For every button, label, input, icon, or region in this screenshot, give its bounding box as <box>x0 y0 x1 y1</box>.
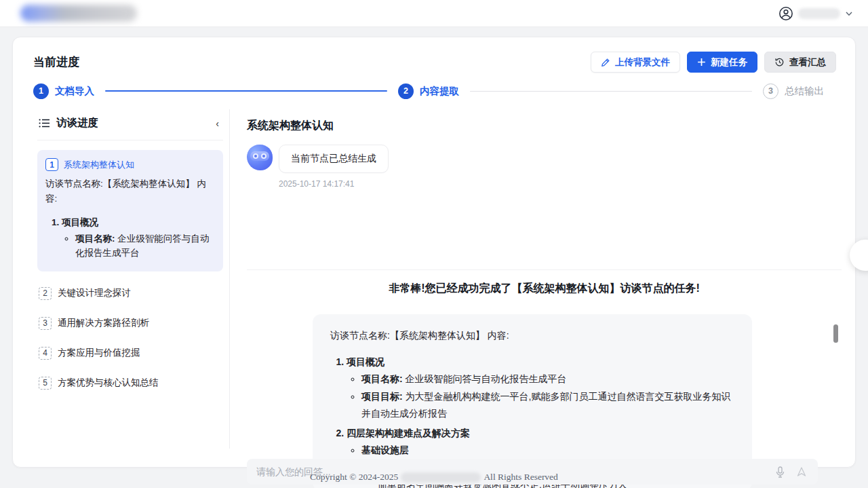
top-navigation-bar <box>0 0 868 27</box>
user-menu[interactable] <box>778 6 853 21</box>
node-1-badge: 1 <box>45 158 58 171</box>
message-timestamp: 2025-10-17 14:17:41 <box>279 179 842 189</box>
step-2-content-extraction[interactable]: 2 内容提取 <box>398 83 459 99</box>
step-1-document-import[interactable]: 1 文档导入 <box>33 83 94 99</box>
chat-content-area: 系统架构整体认知 当前节点已总结生成 2025-10-17 14:17:41 非… <box>247 108 842 461</box>
sidebar-collapse-button[interactable]: ‹ <box>213 118 222 129</box>
node-1-title: 系统架构整体认知 <box>64 159 134 171</box>
node-3-label: 通用解决方案路径剖析 <box>58 317 149 329</box>
node-1-summary: 访谈节点名称:【系统架构整体认知】 内容: 项目概况 项目名称: 企业级智能问答… <box>45 176 215 261</box>
page-title: 当前进度 <box>33 54 79 70</box>
scrollbar-thumb[interactable] <box>833 324 838 343</box>
sidebar-node-5[interactable]: 5 方案优势与核心认知总结 <box>37 375 223 391</box>
view-summary-label: 查看汇总 <box>789 56 826 69</box>
chevron-down-icon <box>845 10 853 18</box>
sidebar-node-3[interactable]: 3 通用解决方案路径剖析 <box>37 316 223 331</box>
step-3-summary-output[interactable]: 3 总结输出 <box>763 83 824 99</box>
node-4-label: 方案应用与价值挖掘 <box>58 347 140 359</box>
view-summary-button[interactable]: 查看汇总 <box>764 52 836 73</box>
summary-sec1-p1-text: 企业级智能问答与自动化报告生成平台 <box>403 373 567 384</box>
interview-progress-sidebar: 访谈进度 ‹ 1 系统架构整体认知 访谈节点名称:【系统架构整体认知】 内容: … <box>28 108 230 447</box>
copyright-footer: Copyright © 2024-2025All Rights Reserved <box>0 472 868 483</box>
current-node-title: 系统架构整体认知 <box>247 119 842 133</box>
summary-sec1-p1-label: 项目名称: <box>361 373 403 384</box>
summary-sec1-title: 项目概况 <box>347 356 384 367</box>
plus-icon <box>697 58 706 67</box>
summary-section-1: 项目概况 项目名称: 企业级智能问答与自动化报告生成平台 项目目标: 为大型金融… <box>347 354 734 422</box>
node-5-label: 方案优势与核心认知总结 <box>58 377 159 389</box>
header-actions: 上传背景文件 新建任务 查看汇总 <box>591 52 836 73</box>
assistant-message: 当前节点已总结生成 <box>247 145 842 173</box>
summary-sec1-p2-label: 项目目标: <box>361 391 403 402</box>
step-3-number: 3 <box>763 83 778 99</box>
assistant-bubble: 当前节点已总结生成 <box>279 145 389 173</box>
summary-intro: 访谈节点名称:【系统架构整体认知】 内容: <box>330 327 734 344</box>
node-2-label: 关键设计理念探讨 <box>58 287 131 299</box>
node-1-li1-title: 项目概况 <box>62 217 98 227</box>
upload-background-file-label: 上传背景文件 <box>615 56 670 69</box>
new-task-button[interactable]: 新建任务 <box>687 52 757 73</box>
copyright-prefix: Copyright © 2024-2025 <box>310 472 398 482</box>
new-task-label: 新建任务 <box>711 56 747 69</box>
sidebar-node-1-active[interactable]: 1 系统架构整体认知 访谈节点名称:【系统架构整体认知】 内容: 项目概况 项目… <box>37 150 223 271</box>
sidebar-divider <box>229 109 230 449</box>
history-icon <box>774 57 785 67</box>
node-1-li1-sub-label: 项目名称: <box>75 233 115 244</box>
pencil-icon <box>601 58 610 67</box>
list-icon <box>39 118 50 128</box>
user-name <box>798 8 840 19</box>
robot-avatar-icon <box>247 145 273 170</box>
sidebar-header: 访谈进度 ‹ <box>37 108 223 140</box>
node-3-badge: 3 <box>39 317 52 330</box>
upload-background-file-button[interactable]: 上传背景文件 <box>591 52 680 73</box>
node-1-intro: 访谈节点名称:【系统架构整体认知】 内容: <box>45 176 215 206</box>
content-divider <box>247 269 842 270</box>
sidebar-node-4[interactable]: 4 方案应用与价值挖掘 <box>37 345 223 361</box>
summary-sec2-title: 四层架构构建难点及解决方案 <box>347 428 470 438</box>
copyright-company-blurred <box>401 472 481 483</box>
step-connector-done <box>105 90 387 92</box>
app-logo <box>20 5 137 22</box>
summary-sec1-p2-text: 为大型金融机构构建统一平台,赋能多部门员工通过自然语言交互获取业务知识并自动生成… <box>361 391 730 419</box>
summary-sec2-s1-title: 基础设施层 <box>361 445 409 455</box>
node-5-badge: 5 <box>39 377 52 390</box>
step-2-label: 内容提取 <box>420 85 459 98</box>
sidebar-node-2[interactable]: 2 关键设计理念探讨 <box>37 286 223 301</box>
node-4-badge: 4 <box>39 347 52 360</box>
user-avatar-icon <box>778 6 793 21</box>
step-connector-pending <box>470 91 752 92</box>
congratulations-heading: 非常棒!您已经成功完成了【系统架构整体认知】访谈节点的任务! <box>247 282 842 296</box>
sidebar-title: 访谈进度 <box>56 116 207 130</box>
progress-steps: 1 文档导入 2 内容提取 3 总结输出 <box>33 82 824 100</box>
step-1-number: 1 <box>33 83 49 99</box>
step-3-label: 总结输出 <box>785 85 824 98</box>
step-2-number: 2 <box>398 83 414 99</box>
step-1-label: 文档导入 <box>55 85 94 98</box>
node-2-badge: 2 <box>39 287 52 300</box>
main-panel: 当前进度 上传背景文件 新建任务 查看汇总 1 文 <box>12 37 856 468</box>
copyright-suffix: All Rights Reserved <box>484 472 558 482</box>
